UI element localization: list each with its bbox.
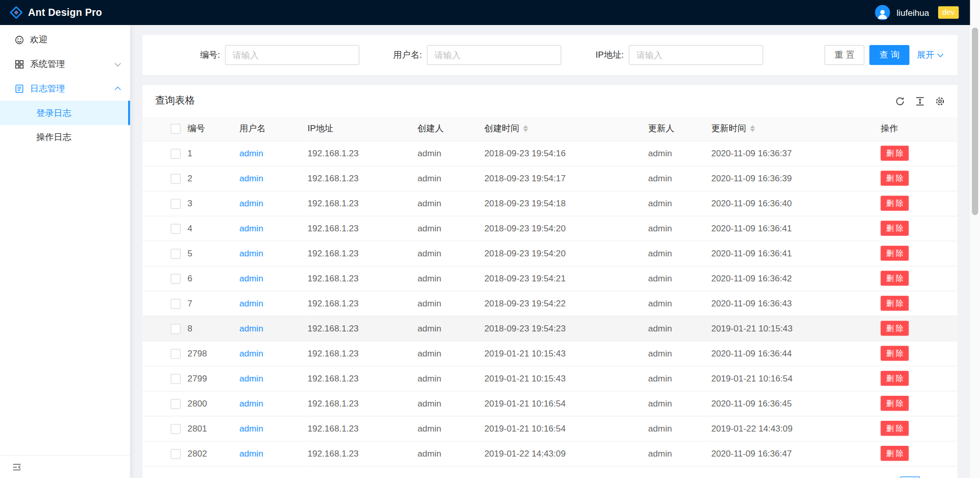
profile-icon	[15, 84, 23, 93]
delete-button[interactable]: 删 除	[880, 446, 909, 461]
delete-button[interactable]: 删 除	[880, 296, 909, 310]
reset-button[interactable]: 重 置	[824, 45, 864, 65]
sidebar-item-log-mgmt[interactable]: 日志管理	[0, 76, 130, 101]
cell-id: 8	[187, 316, 239, 341]
row-checkbox[interactable]	[170, 324, 181, 334]
cell-updater: admin	[648, 341, 712, 366]
table-row: 2802 admin 192.168.1.23 admin 2019-01-22…	[142, 441, 958, 466]
expand-link[interactable]: 展开	[917, 50, 942, 61]
cell-ip: 192.168.1.23	[307, 141, 418, 166]
delete-button[interactable]: 删 除	[880, 146, 909, 160]
cell-creator: admin	[418, 416, 484, 441]
username-link[interactable]: admin	[239, 323, 263, 333]
delete-button[interactable]: 删 除	[880, 246, 909, 260]
delete-button[interactable]: 删 除	[880, 321, 909, 336]
username-link[interactable]: admin	[239, 148, 263, 158]
form-field-id: 编号:	[158, 45, 360, 65]
username-link[interactable]: admin	[239, 448, 263, 459]
username-link[interactable]: admin	[239, 273, 263, 283]
cell-updater: admin	[648, 266, 712, 291]
query-button[interactable]: 查 询	[869, 45, 909, 65]
reload-icon[interactable]	[895, 96, 905, 106]
settings-gear-icon[interactable]	[935, 96, 945, 106]
username-link[interactable]: admin	[239, 198, 263, 208]
cell-id: 2	[187, 165, 239, 190]
delete-button[interactable]: 删 除	[880, 371, 909, 386]
cell-id: 4	[187, 216, 239, 241]
row-checkbox[interactable]	[170, 449, 181, 459]
cell-creator: admin	[418, 190, 484, 216]
cell-ip: 192.168.1.23	[307, 441, 418, 466]
cell-updater: admin	[648, 316, 712, 341]
column-header-ip: IP地址	[307, 117, 418, 141]
delete-button[interactable]: 删 除	[880, 346, 909, 361]
username-link[interactable]: admin	[239, 298, 263, 308]
scrollbar-thumb[interactable]	[972, 28, 978, 215]
cell-ip: 192.168.1.23	[307, 266, 418, 291]
table-row: 2800 admin 192.168.1.23 admin 2019-01-21…	[142, 391, 958, 416]
app-root: Ant Design Pro liufeihua dev	[0, 0, 980, 478]
sidebar-item-label: 日志管理	[30, 83, 116, 94]
username-link[interactable]: admin	[239, 398, 263, 409]
row-checkbox[interactable]	[170, 174, 181, 184]
sidebar-item-op-log[interactable]: 操作日志	[0, 125, 130, 150]
table-row: 2798 admin 192.168.1.23 admin 2019-01-21…	[142, 341, 958, 366]
username-link[interactable]: admin	[239, 248, 263, 258]
cell-id: 2799	[187, 366, 239, 391]
cell-updater: admin	[648, 416, 712, 441]
username-label[interactable]: liufeihua	[897, 8, 929, 18]
table-row: 3 admin 192.168.1.23 admin 2018-09-23 19…	[142, 190, 958, 216]
cell-ip: 192.168.1.23	[307, 366, 418, 391]
page-1-button[interactable]: 1	[900, 476, 920, 478]
row-checkbox[interactable]	[170, 399, 181, 409]
sorter-updated[interactable]: 更新时间	[711, 123, 755, 134]
user-avatar[interactable]	[875, 5, 890, 20]
delete-button[interactable]: 删 除	[880, 196, 909, 210]
delete-button[interactable]: 删 除	[880, 396, 909, 411]
sort-carets-icon	[750, 125, 755, 132]
row-checkbox[interactable]	[170, 374, 181, 384]
row-checkbox[interactable]	[170, 249, 181, 259]
prev-page-button[interactable]: ‹	[875, 476, 895, 478]
username-link[interactable]: admin	[239, 373, 263, 384]
column-label: 创建时间	[484, 123, 520, 134]
next-page-button[interactable]: ›	[925, 476, 945, 478]
row-checkbox[interactable]	[170, 349, 181, 359]
row-checkbox[interactable]	[170, 149, 181, 159]
sidebar-item-welcome[interactable]: 欢迎	[0, 28, 130, 52]
sidebar-item-login-log[interactable]: 登录日志	[0, 101, 130, 125]
row-checkbox[interactable]	[170, 299, 181, 309]
table-row: 2799 admin 192.168.1.23 admin 2019-01-21…	[142, 366, 958, 391]
username-input[interactable]	[427, 45, 561, 65]
table-row: 1 admin 192.168.1.23 admin 2018-09-23 19…	[142, 141, 958, 166]
sort-carets-icon	[523, 125, 528, 132]
delete-button[interactable]: 删 除	[880, 421, 909, 436]
row-checkbox[interactable]	[170, 424, 181, 434]
sidebar-item-label: 登录日志	[36, 107, 118, 118]
row-checkbox[interactable]	[170, 274, 181, 284]
username-link[interactable]: admin	[239, 173, 263, 183]
ip-input[interactable]	[629, 45, 763, 65]
header-user-area: liufeihua dev	[875, 5, 959, 20]
cell-created-time: 2018-09-23 19:54:21	[484, 266, 648, 291]
id-input[interactable]	[225, 45, 359, 65]
sidebar-collapse-trigger[interactable]	[0, 455, 130, 478]
cell-ip: 192.168.1.23	[307, 316, 418, 341]
column-height-icon[interactable]	[915, 96, 925, 106]
row-checkbox[interactable]	[170, 224, 181, 234]
select-all-checkbox[interactable]	[170, 124, 181, 134]
delete-button[interactable]: 删 除	[880, 221, 909, 235]
app-logo[interactable]: Ant Design Pro	[9, 6, 102, 19]
row-checkbox[interactable]	[170, 199, 181, 209]
username-link[interactable]: admin	[239, 223, 263, 233]
username-link[interactable]: admin	[239, 423, 263, 434]
delete-button[interactable]: 删 除	[880, 271, 909, 285]
cell-created-time: 2018-09-23 19:54:17	[484, 165, 648, 190]
delete-button[interactable]: 删 除	[880, 171, 909, 185]
username-link[interactable]: admin	[239, 348, 263, 358]
app-title: Ant Design Pro	[28, 7, 102, 18]
sorter-created[interactable]: 创建时间	[484, 123, 528, 134]
sidebar-item-system-mgmt[interactable]: 系统管理	[0, 52, 130, 77]
cell-updater: admin	[648, 141, 712, 166]
cell-updated-time: 2020-11-09 16:36:40	[711, 190, 880, 216]
